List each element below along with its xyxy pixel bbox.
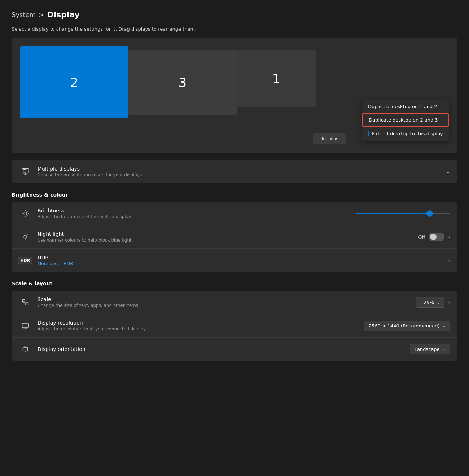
brightness-text: Brightness Adjust the brightness of the … [38,208,356,219]
dropdown-item-extend-label: Extend desktop to this display [372,131,443,136]
night-light-toggle[interactable] [429,233,444,241]
scale-label: Scale [38,296,416,302]
orientation-select[interactable]: Landscape ⌄ [410,344,450,354]
brightness-control [356,213,450,214]
resolution-label: Display resolution [38,320,364,326]
display-2-label: 2 [70,75,79,90]
orientation-dropdown-icon: ⌄ [443,347,446,351]
hdr-text: HDR More about HDR [38,255,448,266]
brightness-icon [19,207,32,220]
identify-btn-wrapper: Identify [313,133,346,144]
dropdown-item-duplicate-2-3[interactable]: Duplicate desktop on 2 and 3 [362,113,449,127]
resolution-control: 2560 × 1440 (Recommended) ⌄ [364,321,450,331]
brightness-slider-fill [356,213,430,214]
page-content: Select a display to change the settings … [0,26,469,361]
night-light-icon [19,230,32,243]
orientation-value: Landscape [415,347,440,352]
toggle-knob [430,234,437,240]
blue-bar-icon [368,131,369,136]
resolution-dropdown-icon: ⌄ [443,324,446,328]
brightness-section-title: Brightness & colour [12,192,457,198]
hdr-control: › [448,257,450,263]
brightness-colour-card: Brightness Adjust the brightness of the … [12,202,457,272]
scale-value: 125% [421,300,434,305]
brightness-row: Brightness Adjust the brightness of the … [12,202,457,225]
multiple-displays-label: Multiple displays [38,166,446,172]
resolution-icon [19,319,32,332]
brightness-label: Brightness [38,208,356,213]
night-light-control: Off › [418,233,450,241]
multiple-displays-text: Multiple displays Choose the presentatio… [38,166,446,177]
breadcrumb-display: Display [47,10,80,19]
svg-rect-22 [22,323,29,328]
night-light-row: Night light Use warmer colours to help b… [12,225,457,249]
svg-point-2 [24,212,27,215]
scale-row: Scale Change the size of text, apps, and… [12,291,457,314]
hdr-chevron-icon[interactable]: › [448,257,450,263]
scale-select[interactable]: 125% ⌄ [416,297,445,308]
hdr-icon: HDR [19,254,32,267]
night-light-label: Night light [38,231,418,237]
svg-line-10 [27,211,27,212]
hdr-link[interactable]: More about HDR [38,261,73,266]
display-3[interactable]: 3 [128,50,237,115]
scale-icon [19,296,32,309]
hdr-row: HDR HDR More about HDR › [12,249,457,272]
display-1-label: 1 [272,71,281,86]
resolution-row: Display resolution Adjust the resolution… [12,314,457,338]
brightness-slider-track[interactable] [356,213,450,214]
svg-line-15 [27,239,27,239]
hdr-badge: HDR [18,257,33,264]
night-light-chevron-icon[interactable]: › [448,234,450,240]
scale-section-title: Scale & layout [12,281,457,286]
scale-text: Scale Change the size of text, apps, and… [38,296,416,308]
orientation-icon [19,343,32,356]
svg-point-11 [24,235,27,238]
multiple-displays-row[interactable]: Multiple displays Choose the presentatio… [12,160,457,183]
svg-line-19 [27,235,27,235]
multiple-displays-description: Choose the presentation mode for your di… [38,172,446,177]
display-dropdown-menu: Duplicate desktop on 1 and 2 Duplicate d… [362,99,449,141]
night-light-text: Night light Use warmer colours to help b… [38,231,418,243]
svg-line-5 [23,211,23,212]
breadcrumb-system: System [12,11,36,18]
resolution-description: Adjust the resolution to fit your connec… [38,326,364,331]
scale-dropdown-icon: ⌄ [437,300,440,304]
resolution-value: 2560 × 1440 (Recommended) [368,323,439,329]
hdr-more-link[interactable]: More about HDR [38,261,448,266]
multiple-displays-icon [19,165,32,178]
multiple-displays-card: Multiple displays Choose the presentatio… [12,160,457,183]
multiple-displays-expand-icon: ⌄ [446,169,450,175]
svg-rect-20 [23,300,25,302]
scale-control: 125% ⌄ › [416,297,450,308]
orientation-label: Display orientation [38,346,410,352]
identify-button[interactable]: Identify [313,133,346,144]
svg-rect-21 [26,303,28,305]
display-1[interactable]: 1 [237,50,316,107]
svg-line-14 [23,235,23,235]
hdr-label: HDR [38,255,448,260]
svg-line-9 [23,215,23,216]
svg-rect-23 [23,347,27,351]
dropdown-item-extend[interactable]: Extend desktop to this display [362,127,449,140]
dropdown-item-duplicate-2-3-label: Duplicate desktop on 2 and 3 [369,117,438,123]
dropdown-item-duplicate-1-2[interactable]: Duplicate desktop on 1 and 2 [362,100,449,113]
resolution-text: Display resolution Adjust the resolution… [38,320,364,331]
scale-layout-card: Scale Change the size of text, apps, and… [12,291,457,361]
display-2[interactable]: 2 [20,46,128,118]
svg-rect-1 [23,170,26,172]
night-light-status: Off [418,234,425,240]
page-header: System > Display [0,0,469,26]
breadcrumb-separator: > [39,11,44,18]
resolution-select[interactable]: 2560 × 1440 (Recommended) ⌄ [364,321,450,331]
orientation-control: Landscape ⌄ [410,344,450,354]
orientation-text: Display orientation [38,346,410,352]
scale-chevron-icon[interactable]: › [448,299,450,305]
multiple-displays-control: ⌄ [446,169,450,175]
brightness-slider-thumb[interactable] [426,210,433,217]
page-description: Select a display to change the settings … [12,26,457,32]
brightness-description: Adjust the brightness of the built-in di… [38,214,356,219]
display-arrangement-area: 2 3 1 Identify Duplicate desktop on 1 an… [12,38,457,153]
night-light-description: Use warmer colours to help block blue li… [38,238,418,243]
svg-line-18 [23,239,23,239]
